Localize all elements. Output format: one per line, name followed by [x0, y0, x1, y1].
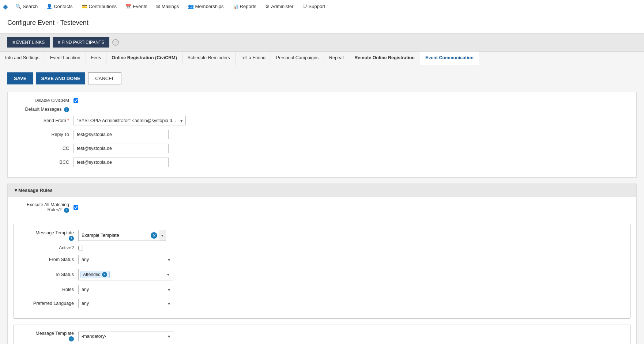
to-status-1-wrapper[interactable]: Attended ✕ ▾: [78, 269, 173, 280]
execute-all-label: Execute All Matching Rules? ?: [15, 202, 74, 213]
tab-remote-online-registration[interactable]: Remote Online Registration: [349, 52, 420, 65]
active-1-label: Active?: [20, 245, 78, 250]
main-content: SAVE SAVE AND DONE CANCEL Disable CiviCR…: [0, 65, 644, 344]
disable-civicrm-label: Disable CiviCRM: [15, 98, 74, 103]
tab-repeat[interactable]: Repeat: [324, 52, 349, 65]
active-1-checkbox[interactable]: [78, 246, 83, 250]
reply-to-label: Reply To: [15, 132, 74, 137]
search-icon: 🔍: [15, 4, 21, 9]
nav-events[interactable]: 📅 Events: [121, 1, 152, 12]
from-status-1-label: From Status: [20, 257, 78, 262]
send-from-select[interactable]: "SYSTOPIA Administrator" <admin@systopia…: [74, 116, 186, 125]
cc-input[interactable]: [74, 144, 169, 153]
nav-reports[interactable]: 📊 Reports: [228, 1, 261, 12]
nav-memberships[interactable]: 👥 Memberships: [184, 1, 228, 12]
disable-civicrm-row: Disable CiviCRM: [15, 98, 629, 103]
save-and-done-button[interactable]: SAVE AND DONE: [36, 72, 85, 84]
nav-mailings[interactable]: ✉ Mailings: [152, 1, 184, 12]
support-icon: 🛡: [302, 4, 307, 9]
tab-info-settings[interactable]: Info and Settings: [0, 52, 45, 65]
nav-contributions-label: Contributions: [89, 4, 117, 9]
execute-all-help-icon[interactable]: ?: [64, 208, 69, 213]
cancel-button[interactable]: CANCEL: [88, 72, 121, 84]
to-status-arrow[interactable]: ▾: [164, 272, 172, 277]
administer-icon: ⚙: [265, 4, 270, 9]
tab-fees[interactable]: Fees: [86, 52, 107, 65]
template-block-2: Message Template ? -mandatory-: [14, 325, 630, 344]
send-from-select-wrapper: "SYSTOPIA Administrator" <admin@systopia…: [74, 116, 186, 125]
nav-items: 🔍 Search 👤 Contacts 💳 Contributions 📅 Ev…: [11, 1, 329, 12]
memberships-icon: 👥: [188, 4, 194, 9]
default-messages-section: Disable CiviCRM Default Messages ? Send …: [7, 92, 637, 178]
tab-online-registration[interactable]: Online Registration (CiviCRM): [106, 52, 182, 65]
tab-schedule-reminders[interactable]: Schedule Reminders: [182, 52, 236, 65]
reply-to-input[interactable]: [74, 130, 169, 139]
preferred-language-1-row: Preferred Language any: [20, 299, 624, 308]
send-from-label: Send From *: [15, 118, 74, 123]
save-button[interactable]: SAVE: [7, 72, 33, 84]
roles-1-select[interactable]: any: [78, 285, 173, 294]
roles-1-row: Roles any: [20, 285, 624, 294]
template-1-clear-button[interactable]: ✕: [151, 232, 157, 239]
tab-personal-campaigns[interactable]: Personal Campaigns: [271, 52, 324, 65]
nav-mailings-label: Mailings: [162, 4, 179, 9]
nav-memberships-label: Memberships: [195, 4, 224, 9]
nav-contacts[interactable]: 👤 Contacts: [42, 1, 77, 12]
mailings-icon: ✉: [156, 4, 160, 9]
nav-search[interactable]: 🔍 Search: [11, 1, 42, 12]
find-participants-button[interactable]: ≡ FIND PARTICIPANTS: [53, 37, 109, 48]
message-rules-label: Message Rules: [18, 188, 53, 193]
from-status-1-row: From Status any: [20, 255, 624, 264]
default-messages-label: Default Messages ?: [15, 107, 74, 112]
roles-1-wrapper: any: [78, 285, 173, 294]
preferred-language-1-select[interactable]: any: [78, 299, 173, 308]
nav-search-label: Search: [23, 4, 38, 9]
bcc-row: BCC: [15, 158, 629, 167]
tab-event-location[interactable]: Event Location: [45, 52, 86, 65]
tab-tell-a-friend[interactable]: Tell a Friend: [236, 52, 271, 65]
to-status-attended-tag: Attended ✕: [80, 271, 110, 278]
default-messages-help-icon[interactable]: ?: [64, 107, 69, 112]
template-1-help-icon[interactable]: ?: [69, 236, 74, 241]
roles-1-label: Roles: [20, 287, 78, 292]
tabs-container: Info and Settings Event Location Fees On…: [0, 52, 644, 65]
form-actions: SAVE SAVE AND DONE CANCEL: [7, 72, 637, 84]
default-messages-row: Default Messages ?: [15, 107, 629, 112]
cc-row: CC: [15, 144, 629, 153]
nav-support[interactable]: 🛡 Support: [298, 1, 330, 12]
bcc-input[interactable]: [74, 158, 169, 167]
template-block-1: Message Template ? ✕ ▾ Active? From Stat…: [14, 224, 630, 319]
execute-all-checkbox[interactable]: [74, 205, 78, 210]
logo-icon: ◆: [3, 3, 8, 11]
send-from-required: *: [67, 118, 69, 123]
reports-icon: 📊: [233, 4, 238, 9]
nav-support-label: Support: [309, 4, 325, 9]
contributions-icon: 💳: [82, 4, 87, 9]
template-1-input[interactable]: [79, 231, 151, 240]
template-2-select[interactable]: -mandatory-: [78, 332, 173, 341]
template-1-dropdown-arrow[interactable]: ▾: [159, 230, 166, 241]
nav-administer-label: Administer: [271, 4, 293, 9]
disable-civicrm-checkbox[interactable]: [74, 98, 78, 103]
cc-label: CC: [15, 146, 74, 151]
from-status-1-select[interactable]: any: [78, 255, 173, 264]
send-from-row: Send From * "SYSTOPIA Administrator" <ad…: [15, 116, 629, 125]
contacts-icon: 👤: [46, 4, 52, 9]
help-icon[interactable]: ?: [112, 39, 119, 46]
nav-contributions[interactable]: 💳 Contributions: [77, 1, 121, 12]
template-1-label: Message Template ?: [20, 230, 78, 241]
execute-all-row: Execute All Matching Rules? ?: [8, 197, 636, 218]
preferred-language-1-wrapper: any: [78, 299, 173, 308]
to-status-remove-button[interactable]: ✕: [102, 272, 107, 277]
event-links-button[interactable]: ≡ EVENT LINKS: [7, 37, 50, 48]
active-1-row: Active?: [20, 245, 624, 250]
nav-administer[interactable]: ⚙ Administer: [261, 1, 298, 12]
message-rules-header[interactable]: ▼ Message Rules: [8, 184, 636, 197]
page-header: Configure Event - Testevent: [0, 13, 644, 34]
page-title: Configure Event - Testevent: [7, 19, 637, 27]
tab-event-communication[interactable]: Event Communication: [420, 52, 479, 65]
template-2-help-icon[interactable]: ?: [69, 336, 74, 341]
template-2-row: Message Template ? -mandatory-: [20, 331, 624, 341]
to-status-1-label: To Status: [20, 272, 78, 277]
preferred-language-1-label: Preferred Language: [20, 301, 78, 306]
